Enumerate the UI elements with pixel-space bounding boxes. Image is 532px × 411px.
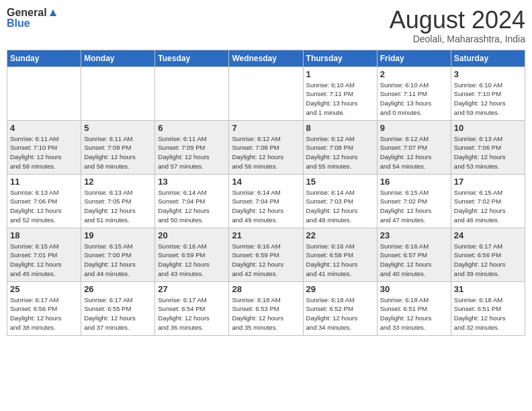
day-info: Sunrise: 6:18 AM Sunset: 6:52 PM Dayligh… [306,295,374,332]
day-number: 22 [306,230,374,240]
day-number: 5 [84,123,152,133]
calendar-cell: 13Sunrise: 6:14 AM Sunset: 7:04 PM Dayli… [155,174,229,228]
day-number: 19 [84,230,152,240]
day-number: 2 [380,69,448,79]
calendar-cell: 5Sunrise: 6:11 AM Sunset: 7:09 PM Daylig… [81,120,155,174]
svg-marker-0 [50,9,56,16]
day-number: 8 [306,123,374,133]
day-info: Sunrise: 6:14 AM Sunset: 7:04 PM Dayligh… [158,188,226,225]
day-info: Sunrise: 6:17 AM Sunset: 6:56 PM Dayligh… [10,295,78,332]
page-header: General Blue August 2024 Deolali, Mahara… [7,7,525,44]
day-info: Sunrise: 6:11 AM Sunset: 7:10 PM Dayligh… [10,134,78,171]
day-info: Sunrise: 6:14 AM Sunset: 7:03 PM Dayligh… [306,188,374,225]
day-number: 21 [232,230,300,240]
day-number: 18 [10,230,78,240]
day-info: Sunrise: 6:10 AM Sunset: 7:11 PM Dayligh… [380,81,448,118]
calendar-cell: 24Sunrise: 6:17 AM Sunset: 6:56 PM Dayli… [451,228,525,281]
day-number: 14 [232,177,300,187]
day-number: 12 [84,177,152,187]
day-number: 7 [232,123,300,133]
day-info: Sunrise: 6:17 AM Sunset: 6:54 PM Dayligh… [158,295,226,332]
day-number: 9 [380,123,448,133]
month-title: August 2024 [390,7,525,34]
day-number: 20 [158,230,226,240]
day-number: 23 [380,230,448,240]
calendar-cell: 26Sunrise: 6:17 AM Sunset: 6:55 PM Dayli… [81,281,155,335]
calendar-cell [81,66,155,120]
day-number: 31 [454,284,522,294]
calendar-cell: 20Sunrise: 6:16 AM Sunset: 6:59 PM Dayli… [155,228,229,281]
day-info: Sunrise: 6:18 AM Sunset: 6:53 PM Dayligh… [232,295,300,332]
title-block: August 2024 Deolali, Maharashtra, India [390,7,525,44]
calendar-cell: 11Sunrise: 6:13 AM Sunset: 7:06 PM Dayli… [7,174,81,228]
calendar-cell: 29Sunrise: 6:18 AM Sunset: 6:52 PM Dayli… [303,281,377,335]
calendar-cell: 21Sunrise: 6:16 AM Sunset: 6:59 PM Dayli… [229,228,303,281]
calendar-cell [7,66,81,120]
calendar-cell: 28Sunrise: 6:18 AM Sunset: 6:53 PM Dayli… [229,281,303,335]
day-info: Sunrise: 6:15 AM Sunset: 7:01 PM Dayligh… [10,242,78,279]
day-info: Sunrise: 6:17 AM Sunset: 6:56 PM Dayligh… [454,242,522,279]
day-number: 1 [306,69,374,79]
day-number: 10 [454,123,522,133]
day-info: Sunrise: 6:10 AM Sunset: 7:11 PM Dayligh… [306,81,374,118]
calendar-cell: 16Sunrise: 6:15 AM Sunset: 7:02 PM Dayli… [377,174,451,228]
day-info: Sunrise: 6:16 AM Sunset: 6:59 PM Dayligh… [232,242,300,279]
calendar-cell: 25Sunrise: 6:17 AM Sunset: 6:56 PM Dayli… [7,281,81,335]
calendar-cell: 7Sunrise: 6:12 AM Sunset: 7:08 PM Daylig… [229,120,303,174]
day-info: Sunrise: 6:15 AM Sunset: 7:02 PM Dayligh… [380,188,448,225]
calendar-header-row: SundayMondayTuesdayWednesdayThursdayFrid… [7,50,525,66]
calendar-cell: 27Sunrise: 6:17 AM Sunset: 6:54 PM Dayli… [155,281,229,335]
calendar-cell: 23Sunrise: 6:16 AM Sunset: 6:57 PM Dayli… [377,228,451,281]
day-info: Sunrise: 6:18 AM Sunset: 6:51 PM Dayligh… [380,295,448,332]
day-info: Sunrise: 6:11 AM Sunset: 7:09 PM Dayligh… [158,134,226,171]
day-number: 24 [454,230,522,240]
calendar-cell: 6Sunrise: 6:11 AM Sunset: 7:09 PM Daylig… [155,120,229,174]
day-info: Sunrise: 6:15 AM Sunset: 7:00 PM Dayligh… [84,242,152,279]
day-number: 16 [380,177,448,187]
day-info: Sunrise: 6:16 AM Sunset: 6:58 PM Dayligh… [306,242,374,279]
calendar-cell: 14Sunrise: 6:14 AM Sunset: 7:04 PM Dayli… [229,174,303,228]
calendar-table: SundayMondayTuesdayWednesdayThursdayFrid… [7,50,525,336]
day-number: 29 [306,284,374,294]
weekday-header-tuesday: Tuesday [155,50,229,66]
day-number: 30 [380,284,448,294]
day-number: 27 [158,284,226,294]
day-info: Sunrise: 6:12 AM Sunset: 7:08 PM Dayligh… [232,134,300,171]
weekday-header-thursday: Thursday [303,50,377,66]
weekday-header-friday: Friday [377,50,451,66]
day-number: 26 [84,284,152,294]
day-number: 25 [10,284,78,294]
day-info: Sunrise: 6:15 AM Sunset: 7:02 PM Dayligh… [454,188,522,225]
day-number: 17 [454,177,522,187]
calendar-cell: 8Sunrise: 6:12 AM Sunset: 7:08 PM Daylig… [303,120,377,174]
calendar-cell: 10Sunrise: 6:13 AM Sunset: 7:06 PM Dayli… [451,120,525,174]
day-number: 3 [454,69,522,79]
calendar-cell: 15Sunrise: 6:14 AM Sunset: 7:03 PM Dayli… [303,174,377,228]
calendar-week-row-2: 4Sunrise: 6:11 AM Sunset: 7:10 PM Daylig… [7,120,525,174]
day-info: Sunrise: 6:10 AM Sunset: 7:10 PM Dayligh… [454,81,522,118]
calendar-cell: 1Sunrise: 6:10 AM Sunset: 7:11 PM Daylig… [303,66,377,120]
weekday-header-monday: Monday [81,50,155,66]
calendar-cell [229,66,303,120]
day-number: 28 [232,284,300,294]
day-info: Sunrise: 6:12 AM Sunset: 7:08 PM Dayligh… [306,134,374,171]
day-info: Sunrise: 6:18 AM Sunset: 6:51 PM Dayligh… [454,295,522,332]
weekday-header-saturday: Saturday [451,50,525,66]
day-number: 11 [10,177,78,187]
calendar-week-row-4: 18Sunrise: 6:15 AM Sunset: 7:01 PM Dayli… [7,228,525,281]
day-info: Sunrise: 6:14 AM Sunset: 7:04 PM Dayligh… [232,188,300,225]
calendar-cell [155,66,229,120]
day-info: Sunrise: 6:13 AM Sunset: 7:06 PM Dayligh… [10,188,78,225]
day-info: Sunrise: 6:16 AM Sunset: 6:59 PM Dayligh… [158,242,226,279]
day-info: Sunrise: 6:17 AM Sunset: 6:55 PM Dayligh… [84,295,152,332]
calendar-cell: 17Sunrise: 6:15 AM Sunset: 7:02 PM Dayli… [451,174,525,228]
calendar-cell: 22Sunrise: 6:16 AM Sunset: 6:58 PM Dayli… [303,228,377,281]
calendar-cell: 2Sunrise: 6:10 AM Sunset: 7:11 PM Daylig… [377,66,451,120]
calendar-cell: 31Sunrise: 6:18 AM Sunset: 6:51 PM Dayli… [451,281,525,335]
day-info: Sunrise: 6:11 AM Sunset: 7:09 PM Dayligh… [84,134,152,171]
calendar-week-row-3: 11Sunrise: 6:13 AM Sunset: 7:06 PM Dayli… [7,174,525,228]
logo: General Blue [7,7,59,30]
day-number: 6 [158,123,226,133]
day-number: 13 [158,177,226,187]
weekday-header-sunday: Sunday [7,50,81,66]
